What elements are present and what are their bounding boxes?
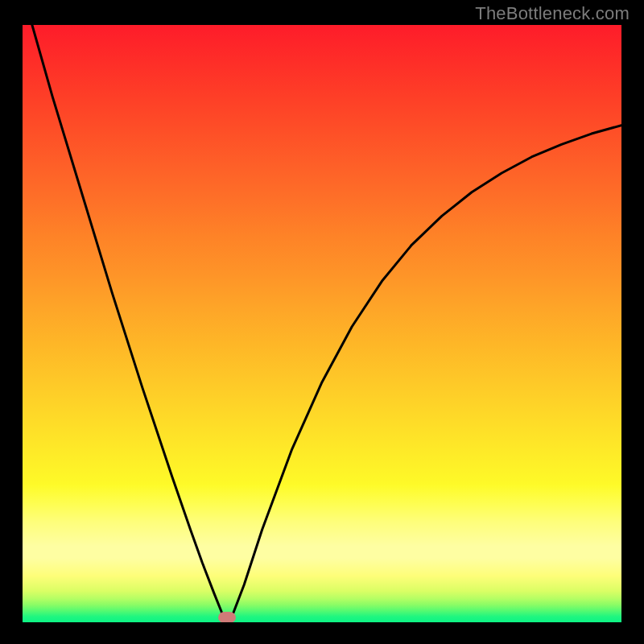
bottleneck-curve [23, 25, 621, 622]
optimal-point-marker [218, 612, 236, 622]
plot-area [23, 25, 621, 622]
chart-stage: TheBottleneck.com [0, 0, 644, 644]
attribution-label: TheBottleneck.com [475, 3, 630, 24]
